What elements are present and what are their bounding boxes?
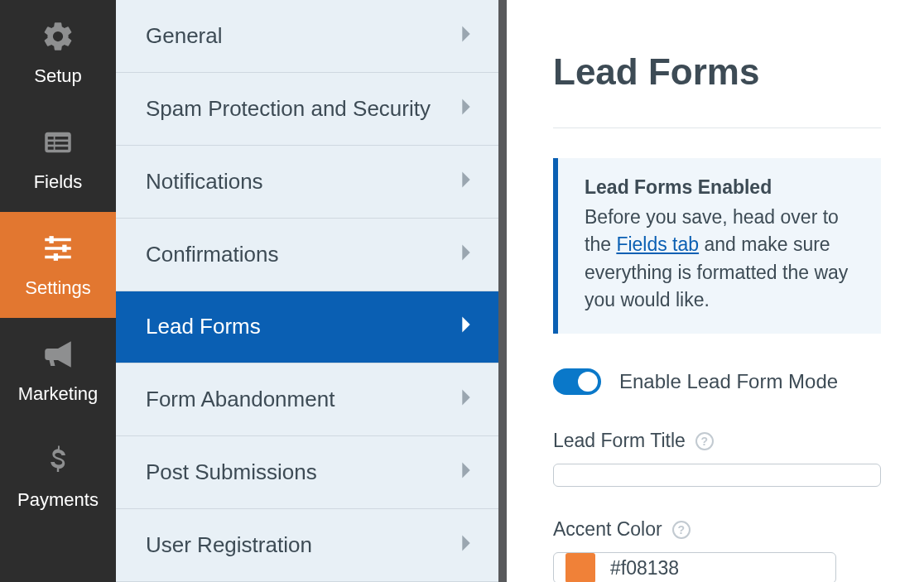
chevron-right-icon — [460, 96, 472, 122]
settings-item-label: Post Submissions — [146, 459, 317, 485]
sidebar-item-settings[interactable]: Settings — [0, 212, 116, 318]
sidebar-label: Setup — [34, 65, 82, 87]
sidebar-item-fields[interactable]: Fields — [0, 106, 116, 212]
lead-forms-enabled-notice: Lead Forms Enabled Before you save, head… — [553, 158, 881, 334]
gear-icon — [41, 19, 75, 57]
fields-tab-link[interactable]: Fields tab — [616, 233, 699, 255]
svg-rect-4 — [55, 142, 69, 145]
divider — [553, 127, 881, 128]
settings-item-label: Confirmations — [146, 242, 278, 267]
svg-rect-12 — [54, 253, 58, 261]
svg-rect-7 — [45, 238, 71, 242]
accent-color-label: Accent Color ? — [553, 518, 881, 541]
settings-item-lead-forms[interactable]: Lead Forms — [116, 291, 498, 364]
sidebar-label: Fields — [34, 171, 83, 193]
settings-item-notifications[interactable]: Notifications — [116, 146, 498, 219]
settings-item-label: General — [146, 23, 223, 49]
color-swatch — [565, 553, 595, 582]
sidebar-item-setup[interactable]: Setup — [0, 0, 116, 106]
bullhorn-icon — [41, 337, 75, 375]
sidebar-label: Payments — [17, 489, 99, 511]
label-text: Lead Form Title — [553, 430, 686, 452]
settings-item-label: Lead Forms — [146, 314, 261, 339]
sidebar-label: Settings — [25, 277, 91, 299]
accent-color-value: #f08138 — [610, 557, 679, 580]
lead-form-title-input[interactable] — [553, 464, 881, 487]
label-text: Accent Color — [553, 518, 662, 541]
chevron-right-icon — [460, 387, 472, 412]
settings-item-user-registration[interactable]: User Registration — [116, 509, 498, 582]
chevron-right-icon — [460, 169, 472, 195]
chevron-right-icon — [460, 314, 472, 339]
settings-item-form-abandonment[interactable]: Form Abandonment — [116, 363, 498, 436]
settings-item-label: Form Abandonment — [146, 387, 334, 412]
svg-rect-3 — [48, 142, 54, 145]
enable-lead-form-label: Enable Lead Form Mode — [619, 370, 838, 393]
chevron-right-icon — [460, 242, 472, 267]
main-panel: Lead Forms Lead Forms Enabled Before you… — [498, 0, 924, 582]
help-icon[interactable]: ? — [695, 432, 714, 450]
svg-rect-11 — [62, 245, 66, 253]
enable-lead-form-row: Enable Lead Form Mode — [553, 368, 881, 395]
dollar-icon — [41, 443, 75, 481]
list-icon — [41, 125, 75, 163]
help-icon[interactable]: ? — [672, 521, 691, 539]
svg-rect-5 — [48, 147, 54, 150]
settings-item-confirmations[interactable]: Confirmations — [116, 219, 498, 291]
svg-rect-10 — [50, 236, 54, 243]
sidebar-item-payments[interactable]: Payments — [0, 424, 116, 530]
svg-rect-6 — [55, 147, 69, 150]
page-title: Lead Forms — [553, 51, 881, 93]
notice-title: Lead Forms Enabled — [585, 176, 858, 199]
svg-rect-2 — [55, 137, 69, 140]
enable-lead-form-toggle[interactable] — [553, 368, 601, 395]
settings-item-label: User Registration — [146, 532, 312, 558]
chevron-right-icon — [460, 532, 472, 558]
settings-item-general[interactable]: General — [116, 0, 498, 73]
sliders-icon — [41, 231, 75, 269]
sidebar-item-marketing[interactable]: Marketing — [0, 318, 116, 424]
primary-sidebar: Setup Fields Settings Marketing Payments — [0, 0, 116, 582]
settings-item-label: Spam Protection and Security — [146, 96, 431, 122]
settings-item-post-submissions[interactable]: Post Submissions — [116, 436, 498, 509]
svg-rect-8 — [45, 247, 71, 250]
chevron-right-icon — [460, 23, 472, 49]
notice-body: Before you save, head over to the Fields… — [585, 204, 858, 314]
accent-color-input[interactable]: #f08138 — [553, 552, 836, 582]
settings-item-spam[interactable]: Spam Protection and Security — [116, 73, 498, 146]
lead-form-title-label: Lead Form Title ? — [553, 430, 881, 452]
svg-rect-1 — [48, 137, 54, 140]
chevron-right-icon — [460, 459, 472, 485]
settings-sidebar: General Spam Protection and Security Not… — [116, 0, 498, 582]
sidebar-label: Marketing — [18, 383, 99, 405]
settings-item-label: Notifications — [146, 169, 263, 195]
